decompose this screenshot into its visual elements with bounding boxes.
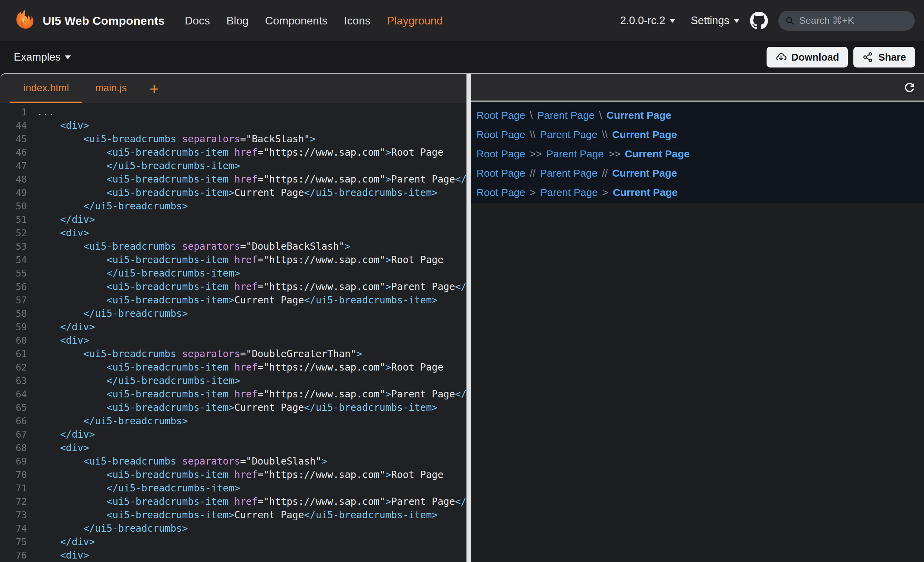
token-tag: > xyxy=(385,147,391,158)
breadcrumb-current: Current Page xyxy=(613,187,678,198)
nav-link-playground[interactable]: Playground xyxy=(387,15,443,27)
token-tag: </ui5-breadcrumbs-item> xyxy=(37,160,240,171)
code-line: 72 <ui5-breadcrumbs-item href="https://w… xyxy=(0,495,466,508)
panel-actions: Download Share xyxy=(766,47,915,67)
breadcrumb-separator: >> xyxy=(530,148,542,160)
code-text: <ui5-breadcrumbs separators="BackSlash"> xyxy=(37,132,316,146)
ui5-phoenix-logo-icon xyxy=(12,9,36,32)
token-tag: </div> xyxy=(37,214,95,225)
split-handle[interactable] xyxy=(466,74,471,562)
breadcrumb-link[interactable]: Parent Page xyxy=(537,109,595,121)
breadcrumb-separator: >> xyxy=(608,148,621,160)
refresh-icon[interactable] xyxy=(903,81,916,94)
breadcrumb-separator: \ xyxy=(599,109,602,121)
breadcrumb-link[interactable]: Root Page xyxy=(477,129,525,141)
line-number: 76 xyxy=(0,549,29,562)
version-dropdown[interactable]: 2.0.0-rc.2 xyxy=(620,15,676,27)
token-plain: Root Page xyxy=(391,254,443,265)
line-number: 69 xyxy=(0,454,29,468)
code-line: 60 <div> xyxy=(0,334,466,347)
search-input[interactable] xyxy=(799,15,909,26)
code-line: 48 <ui5-breadcrumbs-item href="https://w… xyxy=(0,172,466,186)
primary-nav: DocsBlogComponentsIconsPlayground xyxy=(184,15,443,27)
line-number: 58 xyxy=(0,307,29,320)
line-number: 50 xyxy=(0,199,29,213)
add-file-button[interactable]: + xyxy=(147,74,161,103)
code-text: </ui5-breadcrumbs-item> xyxy=(37,267,240,280)
tab-index.html[interactable]: index.html xyxy=(10,74,82,103)
preview-frame: Root Page\Parent Page\Current PageRoot P… xyxy=(471,102,924,203)
line-number: 60 xyxy=(0,334,29,347)
breadcrumb-link[interactable]: Root Page xyxy=(477,109,525,121)
token-tag: > xyxy=(356,348,362,360)
line-number: 72 xyxy=(0,495,29,508)
line-number: 51 xyxy=(0,213,29,226)
token-tag: </ui5-breadcrumbs-item> xyxy=(304,402,438,413)
token-tag: <ui5-breadcrumbs-item> xyxy=(37,187,234,198)
token-attr: href xyxy=(234,281,257,292)
code-text: <ui5-breadcrumbs-item>Current Page</ui5-… xyxy=(37,186,438,199)
settings-dropdown[interactable]: Settings xyxy=(691,15,740,27)
token-tag: <ui5-breadcrumbs xyxy=(37,133,182,145)
token-plain: ="DoubleSlash" xyxy=(240,456,321,467)
tab-main.js[interactable]: main.js xyxy=(82,74,140,103)
nav-link-blog[interactable]: Blog xyxy=(226,15,248,27)
token-tag: <div> xyxy=(37,120,89,131)
share-button[interactable]: Share xyxy=(854,47,915,67)
token-plain: ="https://www.sap.com" xyxy=(258,496,386,507)
examples-label: Examples xyxy=(14,51,61,63)
code-line: 52 <div> xyxy=(0,226,466,240)
code-text: ... xyxy=(37,105,54,119)
brand-title: UI5 Web Components xyxy=(43,14,165,27)
github-icon[interactable] xyxy=(750,12,768,30)
breadcrumb-separator: \ xyxy=(530,109,532,121)
token-tag: </ui5-breadcrumbs-item> xyxy=(37,268,240,279)
line-number: 47 xyxy=(0,159,29,172)
line-number: 44 xyxy=(0,119,29,132)
line-number: 48 xyxy=(0,172,29,186)
breadcrumb-link[interactable]: Parent Page xyxy=(540,167,597,179)
code-line: 54 <ui5-breadcrumbs-item href="https://w… xyxy=(0,253,466,267)
code-text: <ui5-breadcrumbs separators="DoubleBackS… xyxy=(37,240,350,253)
code-line: 51 </div> xyxy=(0,213,466,226)
breadcrumb-link[interactable]: Parent Page xyxy=(540,187,598,198)
token-tag: > xyxy=(385,361,391,373)
token-tag: <div> xyxy=(37,335,89,346)
code-line: 68 <div> xyxy=(0,441,466,454)
token-tag: <ui5-breadcrumbs xyxy=(37,241,182,252)
line-number: 61 xyxy=(0,347,29,361)
nav-link-components[interactable]: Components xyxy=(265,15,327,27)
breadcrumb-link[interactable]: Parent Page xyxy=(540,129,597,141)
token-plain: Current Page xyxy=(234,402,304,413)
token-tag: </ui5-breadcrumbs-item> xyxy=(304,187,438,198)
token-tag: </div> xyxy=(37,536,95,547)
code-area[interactable]: 1...44 <div>45 <ui5-breadcrumbs separato… xyxy=(0,103,466,562)
search-box[interactable] xyxy=(778,10,915,31)
breadcrumb-link[interactable]: Root Page xyxy=(477,187,525,198)
code-line: 53 <ui5-breadcrumbs separators="DoubleBa… xyxy=(0,240,466,253)
examples-toolbar: Examples Download Share xyxy=(0,41,924,73)
token-tag: </ui5-breadcrumbs-item> xyxy=(455,281,466,292)
code-text: </ui5-breadcrumbs-item> xyxy=(37,481,240,495)
breadcrumb-link[interactable]: Root Page xyxy=(477,148,525,160)
playground-panel: index.htmlmain.js+ 1...44 <div>45 <ui5-b… xyxy=(0,73,924,562)
line-number: 64 xyxy=(0,387,29,401)
nav-link-docs[interactable]: Docs xyxy=(184,15,210,27)
line-number: 57 xyxy=(0,294,29,307)
examples-dropdown[interactable]: Examples xyxy=(14,51,71,63)
line-number: 66 xyxy=(0,414,29,428)
breadcrumb-link[interactable]: Root Page xyxy=(477,167,525,179)
navbar-right: 2.0.0-rc.2 Settings xyxy=(620,10,915,31)
breadcrumb-link[interactable]: Parent Page xyxy=(546,148,604,160)
code-text: </ui5-breadcrumbs-item> xyxy=(37,374,240,387)
token-attr: href xyxy=(234,388,257,400)
line-number: 70 xyxy=(0,468,29,481)
code-line: 56 <ui5-breadcrumbs-item href="https://w… xyxy=(0,280,466,294)
code-text: </div> xyxy=(37,213,95,226)
download-button[interactable]: Download xyxy=(766,47,848,67)
code-text: <div> xyxy=(37,119,89,132)
nav-link-icons[interactable]: Icons xyxy=(344,15,370,27)
token-plain: ="DoubleGreaterThan" xyxy=(240,348,356,360)
token-tag: </div> xyxy=(37,321,95,333)
code-text: </ui5-breadcrumbs> xyxy=(37,414,188,428)
